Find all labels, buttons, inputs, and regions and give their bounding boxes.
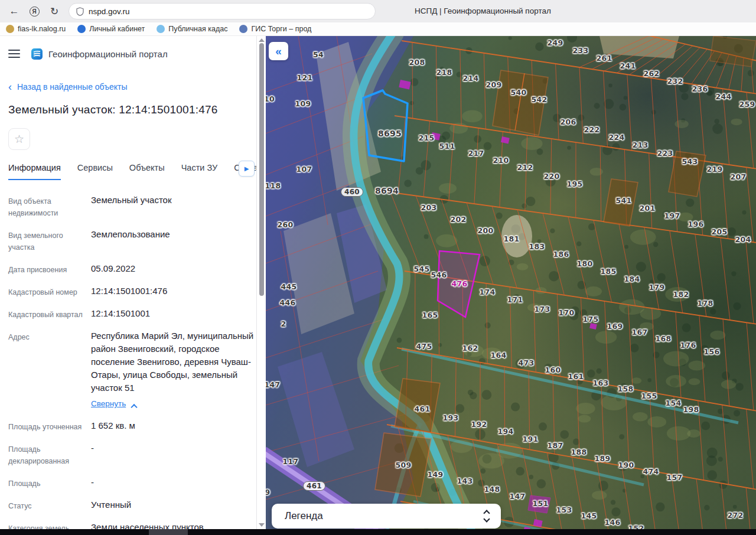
parcel-label-195[interactable]: 195: [567, 180, 583, 188]
parcel-label-260[interactable]: 260: [278, 220, 294, 229]
parcel-label-197[interactable]: 197: [664, 211, 680, 220]
parcel-label-262[interactable]: 262: [644, 69, 660, 78]
parcel-label-118[interactable]: 118: [266, 181, 281, 190]
collapse-panel-button[interactable]: «: [269, 42, 288, 60]
parcel-label-186[interactable]: 186: [553, 250, 569, 259]
bookmark-item[interactable]: fias-lk.nalog.ru: [6, 25, 66, 33]
favorite-star-button[interactable]: ☆: [8, 128, 30, 150]
scroll-down-icon[interactable]: [259, 523, 265, 527]
parcel-label-218[interactable]: 218: [436, 68, 452, 77]
parcel-label-194[interactable]: 194: [498, 427, 514, 436]
parcel-label-542[interactable]: 542: [532, 95, 548, 104]
parcel-label-162[interactable]: 162: [462, 344, 478, 353]
parcel-label-175[interactable]: 175: [583, 315, 599, 324]
legend-panel[interactable]: Легенда: [272, 504, 501, 529]
tab-объекты[interactable]: Объекты: [129, 163, 165, 179]
parcel-label-192[interactable]: 192: [471, 420, 487, 429]
parcel-label-187[interactable]: 187: [548, 441, 563, 450]
parcel-label-10[interactable]: 10: [266, 94, 275, 103]
parcel-label-9[interactable]: 9: [266, 488, 271, 497]
parcel-label-220[interactable]: 220: [544, 172, 560, 181]
parcel-label-158[interactable]: 158: [618, 384, 634, 393]
parcel-label-191[interactable]: 191: [523, 435, 539, 443]
parcel-label-509[interactable]: 509: [396, 461, 412, 469]
parcel-label-224[interactable]: 224: [609, 133, 625, 142]
parcel-label-204[interactable]: 204: [735, 235, 751, 244]
parcel-label-543[interactable]: 543: [682, 157, 698, 166]
parcel-label-473[interactable]: 473: [519, 358, 535, 367]
parcel-label-217[interactable]: 217: [468, 149, 484, 158]
parcel-label-209[interactable]: 209: [486, 80, 502, 89]
parcel-label-182[interactable]: 182: [673, 290, 689, 299]
parcel-label-540[interactable]: 540: [511, 88, 527, 97]
parcel-label-181[interactable]: 181: [504, 234, 520, 243]
yandex-icon[interactable]: Я: [26, 3, 43, 19]
tab-сервисы[interactable]: Сервисы: [77, 163, 113, 179]
parcel-label-180[interactable]: 180: [577, 259, 593, 268]
parcel-label-156[interactable]: 156: [704, 347, 720, 356]
parcel-label-171[interactable]: 171: [507, 295, 523, 304]
parcel-label-188[interactable]: 188: [571, 448, 587, 456]
parcel-label-2[interactable]: 2: [281, 319, 286, 328]
scrollbar-thumb[interactable]: [259, 43, 264, 296]
legend-expand-icon[interactable]: [484, 511, 489, 521]
parcel-label-196[interactable]: 196: [688, 220, 704, 229]
parcel-label-176[interactable]: 176: [680, 341, 696, 350]
parcel-label-185[interactable]: 185: [601, 267, 617, 276]
parcel-label-179[interactable]: 179: [649, 283, 665, 292]
parcel-label-117[interactable]: 117: [283, 457, 299, 466]
parcel-label-474[interactable]: 474: [643, 467, 659, 476]
parcel-label-511[interactable]: 511: [439, 142, 455, 151]
parcel-label-545[interactable]: 545: [414, 265, 430, 273]
address-collapse-link[interactable]: Свернуть: [91, 399, 126, 408]
parcel-label-8694[interactable]: 8694: [375, 186, 399, 195]
parcel-label-202[interactable]: 202: [451, 215, 467, 224]
parcel-label-475[interactable]: 475: [416, 342, 432, 351]
parcel-label-154[interactable]: 154: [666, 399, 682, 407]
parcel-label-223[interactable]: 223: [657, 149, 673, 158]
parcel-label-461[interactable]: 461: [415, 404, 431, 413]
parcel-label-148[interactable]: 148: [484, 485, 500, 494]
parcel-label-244[interactable]: 244: [716, 92, 732, 101]
parcel-label-107[interactable]: 107: [296, 165, 312, 174]
parcel-label-446[interactable]: 446: [280, 298, 296, 307]
parcel-label-163[interactable]: 163: [593, 379, 609, 387]
parcel-label-249[interactable]: 249: [548, 38, 563, 47]
parcel-label-151[interactable]: 151: [533, 499, 549, 508]
parcel-label-232[interactable]: 232: [667, 77, 683, 86]
parcel-label-143[interactable]: 143: [457, 477, 473, 485]
parcel-label-212[interactable]: 212: [517, 163, 533, 172]
parcel-label-167[interactable]: 167: [632, 328, 648, 337]
parcel-label-261[interactable]: 261: [597, 54, 612, 63]
parcel-label-149[interactable]: 149: [428, 470, 444, 479]
parcel-label-445[interactable]: 445: [281, 282, 297, 291]
parcel-label-161[interactable]: 161: [568, 372, 584, 381]
parcel-label-222[interactable]: 222: [584, 125, 600, 134]
parcel-label-173[interactable]: 173: [535, 305, 550, 314]
parcel-label-169[interactable]: 169: [607, 322, 623, 331]
scroll-up-icon[interactable]: [259, 38, 265, 42]
parcel-label-157[interactable]: 157: [667, 473, 683, 482]
parcel-label-155[interactable]: 155: [641, 392, 657, 400]
parcel-label-8695[interactable]: 8695: [378, 129, 402, 138]
parcel-label-205[interactable]: 205: [712, 227, 728, 236]
parcel-label-461[interactable]: 461: [303, 481, 325, 491]
parcel-label-214[interactable]: 214: [463, 74, 479, 83]
tabs-scroll-right-button[interactable]: ▶: [239, 161, 255, 177]
parcel-label-203[interactable]: 203: [421, 203, 437, 212]
parcel-label-213[interactable]: 213: [633, 141, 649, 149]
parcel-label-153[interactable]: 153: [556, 505, 572, 514]
parcel-label-174[interactable]: 174: [480, 288, 496, 296]
address-bar[interactable]: nspd.gov.ru: [69, 3, 376, 19]
parcel-label-164[interactable]: 164: [491, 351, 507, 360]
parcel-label-219[interactable]: 219: [707, 165, 723, 174]
parcel-label-259[interactable]: 259: [739, 100, 755, 109]
parcel-label-183[interactable]: 183: [529, 242, 545, 251]
back-icon[interactable]: ←: [6, 3, 22, 19]
bookmark-item[interactable]: Публичная кадас: [157, 25, 227, 33]
parcel-label-168[interactable]: 168: [656, 334, 672, 343]
parcel-label-109[interactable]: 109: [295, 99, 311, 108]
parcel-label-272[interactable]: 272: [728, 511, 744, 520]
parcel-label-476[interactable]: 476: [452, 279, 468, 288]
parcel-label-178[interactable]: 178: [698, 299, 713, 308]
